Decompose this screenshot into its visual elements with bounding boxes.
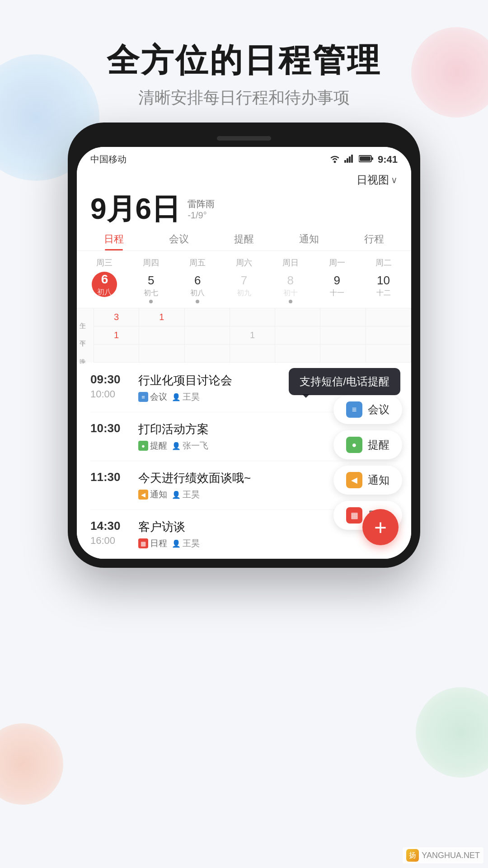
watermark-icon: 扬 — [406, 849, 419, 862]
person-icon: 👤 — [172, 393, 181, 401]
schedule-person: 👤王昊 — [172, 538, 200, 549]
week-day-num[interactable]: 5初七 — [128, 272, 174, 305]
phone-speaker — [217, 136, 271, 141]
time-label: 下午 — [77, 326, 94, 344]
grid-cell — [230, 308, 275, 326]
time-label: 晚上 — [77, 344, 94, 363]
grid-cell — [366, 344, 411, 363]
person-icon: 👤 — [172, 491, 181, 499]
status-icons: 9:41 — [329, 154, 398, 165]
tab-通知[interactable]: 通知 — [277, 226, 342, 250]
date-header: 9月6日 雷阵雨 -1/9° — [77, 190, 411, 226]
schedule-time-end: 16:00 — [90, 535, 131, 547]
grid-cell — [185, 344, 230, 363]
week-day-label: 周二 — [360, 255, 407, 270]
grid-col — [275, 308, 320, 363]
grid-cell — [94, 344, 139, 363]
weather-info: 雷阵雨 -1/9° — [188, 198, 215, 223]
phone-screen: 中国移动 — [77, 147, 411, 559]
week-day-num[interactable]: 6初八 — [92, 272, 117, 297]
tag-label: 通知 — [150, 489, 167, 500]
tag-label: 日程 — [150, 538, 167, 549]
schedule-person: 👤张一飞 — [172, 440, 208, 452]
battery-icon — [359, 155, 374, 165]
popup-btn-label: 提醒 — [368, 438, 389, 452]
grid-cell: 3 — [94, 308, 139, 326]
popup-btn-notice[interactable]: ◀通知 — [333, 466, 402, 495]
week-day-label: 周一 — [314, 255, 360, 270]
tooltip-text: 支持短信/电话提醒 — [300, 375, 389, 387]
week-day-num[interactable]: 6初八 — [174, 272, 221, 305]
tag-label: 提醒 — [150, 440, 167, 452]
grid-col: 1 — [230, 308, 275, 363]
notice-popup-icon: ◀ — [346, 472, 362, 488]
tab-bar: 日程会议提醒通知行程 — [77, 226, 411, 251]
grid-cell — [139, 344, 184, 363]
grid-cell — [230, 344, 275, 363]
grid-cell — [185, 326, 230, 344]
schedule-tag: ●提醒 — [138, 440, 167, 452]
tab-行程[interactable]: 行程 — [342, 226, 407, 250]
tab-提醒[interactable]: 提醒 — [211, 226, 277, 250]
schedule-time-main: 09:30 — [90, 373, 131, 387]
reminder-popup-icon: ● — [346, 437, 362, 453]
popup-btn-reminder[interactable]: ●提醒 — [333, 430, 402, 459]
schedule-popup-icon: ▦ — [346, 507, 362, 524]
schedule-tag: ≡会议 — [138, 391, 167, 403]
view-selector[interactable]: 日视图 ∨ — [77, 169, 411, 190]
week-day-label: 周四 — [128, 255, 174, 270]
week-day-num[interactable]: 10十二 — [360, 272, 407, 305]
carrier-label: 中国移动 — [90, 153, 127, 165]
person-name: 王昊 — [183, 489, 200, 500]
grid-col — [366, 308, 411, 363]
bg-decoration-salmon — [0, 723, 63, 805]
grid-cell — [139, 326, 184, 344]
watermark: 扬 YANGHUA.NET — [403, 847, 483, 863]
bg-decoration-green — [416, 687, 488, 778]
time-label: 上午 — [77, 308, 94, 326]
popup-btn-label: 通知 — [368, 473, 389, 487]
grid-cell — [320, 308, 365, 326]
phone-mockup: 中国移动 — [68, 123, 420, 568]
svg-rect-1 — [344, 160, 346, 163]
side-popup-buttons[interactable]: ≡会议●提醒◀通知▦日程 — [333, 395, 402, 530]
svg-rect-3 — [349, 156, 351, 163]
grid-cell — [275, 326, 320, 344]
tab-日程[interactable]: 日程 — [81, 226, 146, 250]
svg-rect-4 — [351, 155, 353, 163]
notice-tag-icon: ◀ — [138, 490, 148, 500]
popup-btn-label: 会议 — [368, 402, 389, 417]
grid-cell — [366, 308, 411, 326]
add-fab-button[interactable]: + — [362, 509, 399, 545]
week-day-label: 周三 — [81, 255, 128, 270]
week-day-label: 周六 — [221, 255, 267, 270]
grid-cell — [366, 326, 411, 344]
schedule-time-main: 14:30 — [90, 519, 131, 533]
week-day-num[interactable]: 9十一 — [314, 272, 360, 305]
week-calendar[interactable]: 周三周四周五周六周日周一周二6初八5初七6初八7初九8初十9十一10十二 — [77, 251, 411, 308]
tag-label: 会议 — [150, 391, 167, 403]
grid-cell: 1 — [230, 326, 275, 344]
svg-point-0 — [333, 160, 336, 163]
meeting-popup-icon: ≡ — [346, 401, 362, 418]
schedule-time-end: 10:00 — [90, 388, 131, 400]
grid-cell: 1 — [94, 326, 139, 344]
grid-col: 1 — [139, 308, 184, 363]
schedule-tag: ◀通知 — [138, 489, 167, 500]
grid-cell: 1 — [139, 308, 184, 326]
wifi-icon — [329, 154, 341, 165]
schedule-container: 09:3010:00行业化项目讨论会≡会议👤王昊10:30打印活动方案●提醒👤张… — [77, 363, 411, 559]
grid-col — [185, 308, 230, 363]
schedule-tag: ▦日程 — [138, 538, 167, 549]
tab-会议[interactable]: 会议 — [146, 226, 211, 250]
watermark-logo: 扬 YANGHUA.NET — [406, 849, 480, 862]
view-selector-btn[interactable]: 日视图 ∨ — [357, 173, 398, 187]
week-day-num[interactable]: 7初九 — [221, 272, 267, 305]
week-day-label: 周日 — [267, 255, 314, 270]
popup-btn-meeting[interactable]: ≡会议 — [333, 395, 402, 424]
grid-cell — [320, 344, 365, 363]
week-day-num[interactable]: 8初十 — [267, 272, 314, 305]
person-name: 张一飞 — [183, 440, 208, 452]
main-title: 全方位的日程管理 — [0, 41, 488, 80]
reminder-tag-icon: ● — [138, 441, 148, 451]
